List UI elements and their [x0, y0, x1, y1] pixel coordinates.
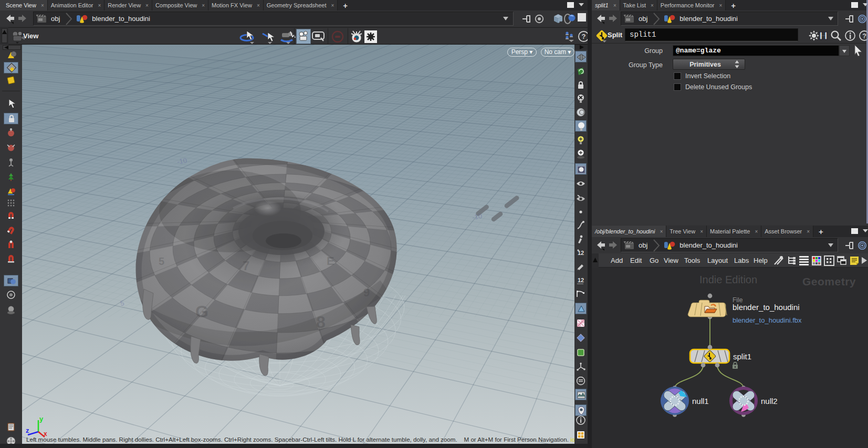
- svg-text:E: E: [327, 254, 334, 268]
- svg-text:5: 5: [159, 255, 164, 267]
- svg-text:-10: -10: [472, 212, 483, 221]
- svg-text:?: ?: [862, 33, 866, 40]
- svg-text:7: 7: [243, 259, 249, 273]
- svg-text:9: 9: [363, 286, 370, 299]
- svg-text:H: H: [819, 29, 828, 42]
- svg-text:5: 5: [120, 299, 125, 307]
- svg-text:?: ?: [582, 33, 586, 40]
- svg-text:12: 12: [578, 277, 584, 283]
- svg-text:z: z: [26, 426, 29, 434]
- svg-text:y: y: [39, 415, 44, 423]
- svg-text:-10: -10: [176, 156, 187, 166]
- svg-text:8: 8: [316, 313, 326, 332]
- svg-text:G: G: [195, 302, 208, 321]
